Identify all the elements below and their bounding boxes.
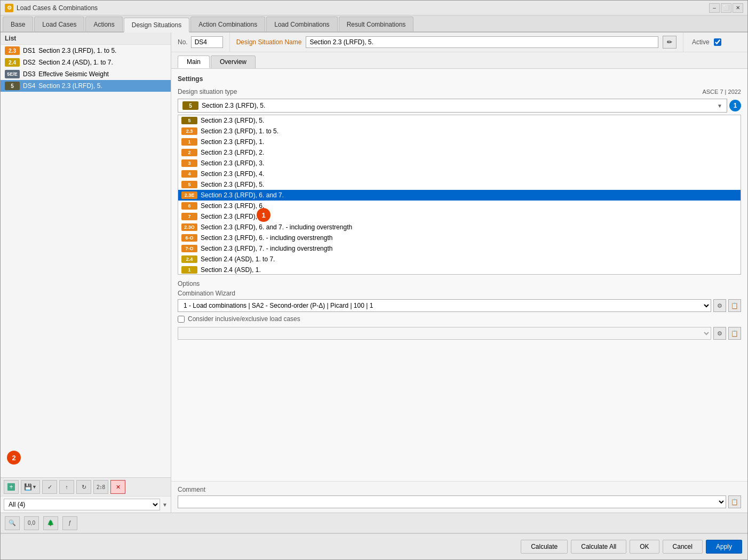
- right-panel: No. Design Situation Name ✏ Active Main …: [171, 33, 747, 513]
- badge-ds2: 2.4: [5, 58, 20, 67]
- dropdown-item-11[interactable]: 6-O Section 2.3 (LRFD), 6. - including o…: [178, 233, 741, 243]
- dropdown-item-5[interactable]: 4 Section 2.3 (LRFD), 4.: [178, 169, 741, 179]
- tab-design-situations[interactable]: Design Situations: [124, 18, 189, 33]
- dropdown-list: 5 Section 2.3 (LRFD), 5. 2.3 Section 2.3…: [178, 115, 741, 275]
- drop-badge-8: 6: [181, 202, 197, 210]
- dropdown-arrow-icon: ▼: [717, 103, 722, 109]
- comment-input[interactable]: [178, 495, 726, 508]
- settings-area: Settings Design situation type ASCE 7 | …: [171, 69, 747, 481]
- refresh-button[interactable]: ↻: [76, 480, 91, 494]
- ok-button[interactable]: OK: [630, 540, 659, 554]
- design-situation-name-label: Design Situation Name: [236, 38, 302, 46]
- minimize-button[interactable]: –: [709, 3, 720, 13]
- drop-label-9: Section 2.3 (LRFD), 7.: [201, 213, 264, 220]
- main-window: ⚙ Load Cases & Combinations – ⬜ ✕ Base L…: [0, 0, 748, 560]
- inner-tab-main[interactable]: Main: [178, 55, 210, 68]
- dropdown-item-1[interactable]: 2.3 Section 2.3 (LRFD), 1. to 5.: [178, 126, 741, 137]
- drop-label-8: Section 2.3 (LRFD), 6.: [201, 202, 264, 210]
- drop-badge-12: 7-O: [181, 245, 197, 252]
- tab-load-combinations[interactable]: Load Combinations: [266, 17, 337, 31]
- tree-button[interactable]: 🌲: [43, 516, 58, 530]
- list-item-ds2[interactable]: 2.4 DS2 Section 2.4 (ASD), 1. to 7.: [1, 57, 171, 68]
- filter-dropdown[interactable]: All (4): [4, 499, 160, 510]
- number-button[interactable]: 2↕8: [93, 480, 108, 494]
- dropdown-item-7[interactable]: 2.3E Section 2.3 (LRFD), 6. and 7.: [178, 190, 741, 201]
- comment-label: Comment: [178, 486, 741, 493]
- inner-tab-overview[interactable]: Overview: [211, 55, 256, 68]
- close-button[interactable]: ✕: [733, 3, 743, 13]
- dropdown-item-14[interactable]: 1 Section 2.4 (ASD), 1.: [178, 265, 741, 275]
- wizard-settings-button[interactable]: ⚙: [713, 299, 726, 312]
- delete-button[interactable]: ✕: [110, 480, 125, 494]
- no-label: No.: [178, 38, 188, 46]
- title-controls: – ⬜ ✕: [709, 3, 743, 13]
- ds2-id: DS2: [23, 59, 35, 66]
- inclusive-settings-button[interactable]: ⚙: [713, 327, 726, 340]
- comment-copy-button[interactable]: 📋: [728, 495, 741, 508]
- dropdown-item-13[interactable]: 2.4 Section 2.4 (ASD), 1. to 7.: [178, 254, 741, 265]
- wizard-copy-button[interactable]: 📋: [728, 299, 741, 312]
- settings-label: Settings: [178, 75, 741, 83]
- no-input[interactable]: [191, 36, 223, 48]
- ds1-id: DS1: [23, 47, 35, 54]
- drop-label-5: Section 2.3 (LRFD), 4.: [201, 170, 264, 178]
- apply-button[interactable]: Apply: [706, 540, 742, 554]
- ds4-id: DS4: [23, 82, 35, 90]
- active-label: Active: [692, 38, 710, 46]
- save-dropdown-button[interactable]: 💾▼: [21, 480, 40, 494]
- selected-type-text: Section 2.3 (LRFD), 5.: [202, 102, 714, 109]
- design-standard: ASCE 7 | 2022: [702, 89, 741, 95]
- coordinates-button[interactable]: 0,0: [24, 516, 39, 530]
- tab-actions[interactable]: Actions: [85, 17, 122, 31]
- dropdown-item-12[interactable]: 7-O Section 2.3 (LRFD), 7. - including o…: [178, 243, 741, 254]
- drop-badge-14: 1: [181, 266, 197, 274]
- drop-badge-0: 5: [181, 117, 197, 124]
- drop-badge-7: 2.3E: [181, 191, 197, 199]
- calculate-all-button[interactable]: Calculate All: [571, 540, 626, 554]
- tab-result-combinations[interactable]: Result Combinations: [339, 17, 414, 31]
- drop-label-3: Section 2.3 (LRFD), 2.: [201, 149, 264, 156]
- search-button[interactable]: 🔍: [5, 516, 20, 530]
- inclusive-copy-button[interactable]: 📋: [728, 327, 741, 340]
- active-checkbox[interactable]: [714, 38, 721, 46]
- app-icon: ⚙: [5, 4, 13, 12]
- filter-arrow-icon: ▼: [162, 502, 168, 508]
- circle-badge-2: 2: [7, 451, 21, 465]
- drop-label-4: Section 2.3 (LRFD), 3.: [201, 159, 264, 167]
- combination-wizard-select[interactable]: 1 - Load combinations | SA2 - Second-ord…: [178, 299, 711, 312]
- restore-button[interactable]: ⬜: [721, 3, 731, 13]
- formula-button[interactable]: ƒ: [62, 516, 77, 530]
- drop-badge-10: 2.3O: [181, 223, 197, 231]
- drop-label-1: Section 2.3 (LRFD), 1. to 5.: [201, 127, 278, 135]
- consider-inclusive-checkbox[interactable]: [178, 316, 185, 323]
- list-item-ds4[interactable]: 5 DS4 Section 2.3 (LRFD), 5.: [1, 80, 171, 92]
- dropdown-item-4[interactable]: 3 Section 2.3 (LRFD), 3.: [178, 158, 741, 169]
- arrow-up-button[interactable]: ↑: [59, 480, 74, 494]
- title-bar: ⚙ Load Cases & Combinations – ⬜ ✕: [1, 1, 747, 15]
- info-button[interactable]: 1: [729, 100, 741, 111]
- dropdown-item-0[interactable]: 5 Section 2.3 (LRFD), 5.: [178, 115, 741, 126]
- tab-base[interactable]: Base: [3, 17, 33, 31]
- add-button[interactable]: +: [4, 480, 19, 494]
- inclusive-select[interactable]: [178, 327, 711, 340]
- badge-ds3: 5E/E: [5, 70, 20, 78]
- calculate-button[interactable]: Calculate: [521, 540, 568, 554]
- check-button[interactable]: ✓: [42, 480, 57, 494]
- edit-name-button[interactable]: ✏: [663, 36, 677, 49]
- list-item-ds3[interactable]: 5E/E DS3 Effective Seismic Weight: [1, 68, 171, 80]
- drop-label-2: Section 2.3 (LRFD), 1.: [201, 138, 264, 146]
- action-bar: Calculate Calculate All OK Cancel Apply: [1, 533, 747, 559]
- drop-label-12: Section 2.3 (LRFD), 7. - including overs…: [201, 245, 332, 252]
- dropdown-item-2[interactable]: 1 Section 2.3 (LRFD), 1.: [178, 137, 741, 147]
- dropdown-item-10[interactable]: 2.3O Section 2.3 (LRFD), 6. and 7. - inc…: [178, 222, 741, 233]
- tab-action-combinations[interactable]: Action Combinations: [190, 17, 265, 31]
- svg-text:+: +: [9, 483, 13, 491]
- badge-ds1: 2.3: [5, 46, 20, 55]
- design-situation-name-input[interactable]: [306, 36, 658, 48]
- tab-bar: Base Load Cases Actions Design Situation…: [1, 15, 747, 33]
- tab-load-cases[interactable]: Load Cases: [34, 17, 84, 31]
- dropdown-item-3[interactable]: 2 Section 2.3 (LRFD), 2.: [178, 147, 741, 158]
- list-item-ds1[interactable]: 2.3 DS1 Section 2.3 (LRFD), 1. to 5.: [1, 45, 171, 57]
- cancel-button[interactable]: Cancel: [663, 540, 703, 554]
- dropdown-item-6[interactable]: 5 Section 2.3 (LRFD), 5.: [178, 179, 741, 190]
